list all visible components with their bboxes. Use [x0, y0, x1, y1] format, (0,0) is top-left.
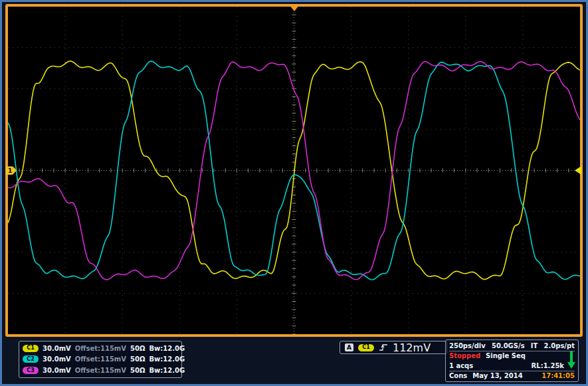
trigger-source-badge: C1	[358, 344, 374, 351]
graticule-bezel: 1	[5, 4, 583, 337]
channel1-bandwidth: Bw:12.0G	[149, 345, 185, 352]
channel3-bandwidth: Bw:12.0G	[149, 367, 185, 374]
channel2-readout-row[interactable]: C2 30.0mV Offset:115mV 50Ω Bw:12.0G	[23, 355, 178, 363]
trigger-readout-box[interactable]: A C1 112mV	[340, 341, 447, 354]
channel2-termination: 50Ω	[130, 355, 145, 363]
channel3-scale: 30.0mV	[43, 367, 71, 374]
channel1-marker-label: 1	[8, 167, 12, 174]
channel3-readout-row[interactable]: C3 30.0mV Offset:115mV 50Ω Bw:12.0G	[23, 367, 178, 374]
sequence-mode: Single Seq	[486, 352, 526, 359]
run-state-row: Stopped Single Seq	[449, 351, 575, 361]
acq-mode: IT	[531, 342, 538, 349]
trigger-level-readout: 112mV	[393, 341, 431, 354]
trigger-position-icon	[290, 5, 299, 11]
date: May 13, 2014	[472, 372, 522, 379]
horizontal-readout-row: 250ps/div 50.0GS/s IT 2.0ps/pt	[449, 341, 575, 351]
channel1-badge[interactable]: C1	[23, 345, 39, 352]
channel2-offset: Offset:115mV	[75, 355, 126, 363]
channel2-scale: 30.0mV	[43, 355, 71, 363]
trigger-position-marker[interactable]	[290, 5, 299, 11]
waveform-display	[8, 7, 580, 334]
channel1-offset: Offset:115mV	[75, 345, 126, 352]
run-state: Stopped	[449, 352, 480, 359]
green-arrow-shape	[567, 351, 575, 369]
channel2-badge[interactable]: C2	[23, 355, 39, 363]
channel-readouts-box[interactable]: C1 30.0mV Offset:115mV 50Ω Bw:12.0G C2 3…	[19, 341, 182, 378]
channel3-offset: Offset:115mV	[75, 367, 126, 374]
channel2-bandwidth: Bw:12.0G	[149, 355, 185, 363]
trigger-system-badge: A	[345, 343, 353, 351]
channel1-scale: 30.0mV	[43, 345, 71, 352]
sample-rate: 50.0GS/s	[492, 342, 525, 349]
acq-count: 1 acqs	[449, 362, 473, 369]
bus-label: Cons	[449, 372, 467, 379]
resolution: 2.0ps/pt	[544, 342, 575, 349]
rising-edge-icon	[379, 343, 388, 351]
trigger-ready-arrow-icon	[567, 351, 575, 369]
channel1-readout-row[interactable]: C1 30.0mV Offset:115mV 50Ω Bw:12.0G	[23, 345, 178, 352]
oscilloscope-screen: 1 C1 30.0mV Offset:115mV 50Ω Bw:12.0G C2…	[0, 0, 588, 386]
acquisition-readout-box[interactable]: 250ps/div 50.0GS/s IT 2.0ps/pt Stopped S…	[445, 339, 579, 382]
clock-time: 17:41:05	[541, 372, 575, 379]
acq-count-row: 1 acqs RL:1.25k	[449, 361, 575, 371]
channel1-termination: 50Ω	[130, 345, 145, 352]
channel3-badge[interactable]: C3	[23, 367, 39, 374]
readout-bar: C1 30.0mV Offset:115mV 50Ω Bw:12.0G C2 3…	[5, 339, 583, 384]
channel3-termination: 50Ω	[130, 367, 145, 374]
datetime-row: Cons May 13, 2014 17:41:05	[449, 371, 575, 381]
timebase: 250ps/div	[449, 342, 486, 349]
